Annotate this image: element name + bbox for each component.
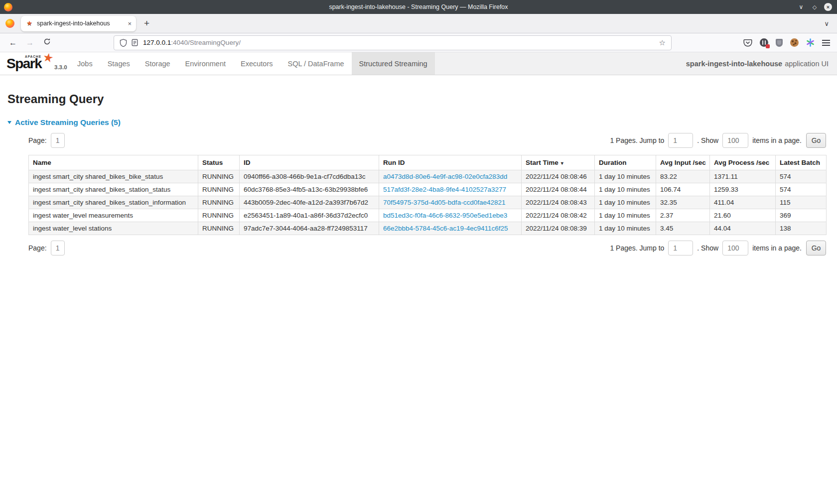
column-header-latest-batch[interactable]: Latest Batch (776, 155, 827, 170)
application-ui-suffix: application UI (785, 60, 829, 68)
cell-name: ingest water_level stations (29, 222, 198, 235)
cell-avg-input: 83.22 (656, 170, 710, 183)
go-button[interactable]: Go (806, 133, 826, 148)
window-titlebar: spark-ingest-into-lakehouse - Streaming … (0, 0, 837, 14)
bookmark-star-icon[interactable]: ☆ (659, 38, 666, 47)
cell-run-id: 517afd3f-28e2-4ba8-9fe4-4102527a3277 (379, 183, 522, 196)
nav-tab-jobs[interactable]: Jobs (70, 52, 100, 75)
nav-tab-structured-streaming[interactable]: Structured Streaming (352, 52, 435, 75)
spark-star-icon: ★ (42, 50, 55, 65)
reload-button[interactable] (41, 38, 53, 47)
pagination-bottom: Page: 1 Pages. Jump to . Show items in a… (28, 241, 826, 255)
window-close-button[interactable]: × (824, 3, 832, 11)
window-maximize-button[interactable]: ◇ (811, 3, 819, 11)
run-id-link[interactable]: 517afd3f-28e2-4ba8-9fe4-4102527a3277 (383, 186, 506, 193)
column-header-id[interactable]: ID (240, 155, 379, 170)
table-row: ingest smart_city shared_bikes_station_i… (29, 196, 827, 209)
pocket-icon[interactable] (743, 39, 752, 47)
show-label: . Show (697, 136, 718, 144)
back-button[interactable]: ← (7, 38, 19, 47)
browser-tab-active[interactable]: ★ spark-ingest-into-lakehous × (21, 16, 136, 31)
cell-latest-batch: 369 (776, 209, 827, 222)
cell-duration: 1 day 10 minutes (595, 209, 656, 222)
active-queries-label: Active Streaming Queries (5) (15, 118, 121, 127)
tab-title: spark-ingest-into-lakehous (37, 20, 126, 27)
nav-tab-sql-dataframe[interactable]: SQL / DataFrame (280, 52, 351, 75)
spark-favicon-icon: ★ (25, 19, 33, 27)
nav-tab-executors[interactable]: Executors (233, 52, 280, 75)
cell-run-id: 70f54975-375d-4d05-bdfa-ccd0fae42821 (379, 196, 522, 209)
cell-name: ingest water_level measurements (29, 209, 198, 222)
firefox-icon (5, 19, 14, 28)
page-number-input[interactable] (51, 241, 65, 255)
reload-icon (43, 38, 51, 45)
table-row: ingest water_level measurements RUNNING … (29, 209, 827, 222)
cell-start-time: 2022/11/24 08:08:43 (522, 196, 595, 209)
page-number-input[interactable] (51, 133, 65, 148)
table-row: ingest smart_city shared_bikes_bike_stat… (29, 170, 827, 183)
cell-id: e2563451-1a89-40a1-a86f-36d37d2ecfc0 (240, 209, 379, 222)
column-header-run-id[interactable]: Run ID (379, 155, 522, 170)
go-button[interactable]: Go (806, 241, 826, 255)
cell-avg-process: 44.04 (710, 222, 776, 235)
window-minimize-button[interactable]: ∨ (797, 3, 805, 11)
nav-tab-storage[interactable]: Storage (138, 52, 178, 75)
nav-tab-stages[interactable]: Stages (100, 52, 138, 75)
url-path: :4040/StreamingQuery/ (171, 39, 241, 46)
firefox-logo-icon (4, 3, 12, 11)
jump-to-page-input[interactable] (668, 133, 693, 148)
column-header-name[interactable]: Name (29, 155, 198, 170)
active-queries-section-header[interactable]: Active Streaming Queries (5) (7, 118, 837, 127)
run-id-link[interactable]: a0473d8d-80e6-4e9f-ac98-02e0cfa283dd (383, 173, 507, 180)
spark-logo[interactable]: APACHE Spark ★ 3.3.0 (0, 52, 70, 75)
column-header-start-time[interactable]: Start Time▾ (522, 155, 595, 170)
pages-jump-label: 1 Pages. Jump to (610, 136, 664, 144)
cell-start-time: 2022/11/24 08:08:46 (522, 170, 595, 183)
cell-latest-batch: 138 (776, 222, 827, 235)
cell-name: ingest smart_city shared_bikes_station_s… (29, 183, 198, 196)
streaming-queries-table: Name Status ID Run ID Start Time▾ Durati… (28, 155, 827, 235)
tab-list-chevron-icon[interactable]: ∨ (824, 20, 829, 27)
ublock-origin-icon[interactable] (776, 39, 783, 47)
cell-duration: 1 day 10 minutes (595, 222, 656, 235)
items-per-page-input[interactable] (722, 241, 748, 255)
run-id-link[interactable]: 66e2bbb4-5784-45c6-ac19-4ec9411c6f25 (383, 225, 508, 232)
table-row: ingest smart_city shared_bikes_station_s… (29, 183, 827, 196)
page-info-icon[interactable] (132, 39, 138, 46)
tab-close-icon[interactable]: × (128, 20, 132, 27)
cell-avg-process: 1259.33 (710, 183, 776, 196)
spark-navbar: APACHE Spark ★ 3.3.0 Jobs Stages Storage… (0, 52, 837, 75)
column-header-avg-input[interactable]: Avg Input /sec (656, 155, 710, 170)
menu-hamburger-icon[interactable] (822, 42, 830, 43)
new-tab-button[interactable]: + (144, 18, 149, 29)
cell-run-id: 66e2bbb4-5784-45c6-ac19-4ec9411c6f25 (379, 222, 522, 235)
run-id-link[interactable]: 70f54975-375d-4d05-bdfa-ccd0fae42821 (383, 199, 505, 206)
cell-id: 97adc7e7-3044-4064-aa28-ff7249853117 (240, 222, 379, 235)
cookie-extension-icon[interactable] (790, 38, 799, 47)
cell-avg-process: 411.04 (710, 196, 776, 209)
table-header-row: Name Status ID Run ID Start Time▾ Durati… (29, 155, 827, 170)
column-header-duration[interactable]: Duration (595, 155, 656, 170)
collapse-caret-icon (7, 121, 11, 124)
translate-asterisk-icon[interactable] (806, 38, 815, 47)
cell-latest-batch: 574 (776, 170, 827, 183)
column-header-status[interactable]: Status (198, 155, 240, 170)
cell-avg-input: 32.35 (656, 196, 710, 209)
spark-nav-tabs: Jobs Stages Storage Environment Executor… (70, 52, 435, 75)
clearurls-extension-icon[interactable] (760, 38, 768, 47)
jump-to-page-input[interactable] (668, 241, 693, 255)
nav-tab-environment[interactable]: Environment (178, 52, 233, 75)
cell-run-id: bd51ed3c-f0fa-46c6-8632-950e5ed1ebe3 (379, 209, 522, 222)
spark-version: 3.3.0 (54, 64, 67, 70)
url-bar[interactable]: 127.0.0.1:4040/StreamingQuery/ ☆ (114, 35, 672, 50)
tracking-protection-shield-icon[interactable] (120, 39, 127, 47)
forward-button[interactable]: → (24, 38, 36, 47)
items-per-page-input[interactable] (722, 133, 748, 148)
cell-duration: 1 day 10 minutes (595, 183, 656, 196)
run-id-link[interactable]: bd51ed3c-f0fa-46c6-8632-950e5ed1ebe3 (383, 212, 507, 219)
application-name: spark-ingest-into-lakehouse (686, 60, 782, 68)
sort-desc-icon: ▾ (561, 160, 563, 166)
page-label: Page: (28, 136, 47, 144)
url-host: 127.0.0.1 (143, 39, 171, 46)
column-header-avg-process[interactable]: Avg Process /sec (710, 155, 776, 170)
